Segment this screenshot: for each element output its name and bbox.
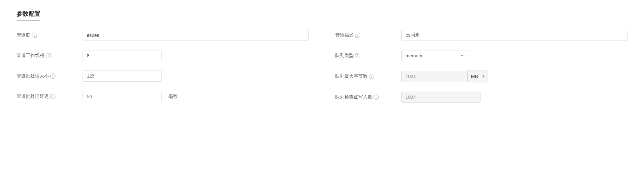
pipeline-id-row: 管道ID i xyxy=(17,30,309,41)
queue-type-info-icon[interactable]: i xyxy=(355,53,360,58)
pipeline-batch-size-info-icon[interactable]: i xyxy=(50,73,55,79)
queue-max-bytes-unit-select[interactable]: MB GB KB xyxy=(467,71,487,82)
queue-max-bytes-row: 队列最大字节数 i MB GB KB ▼ xyxy=(335,71,627,82)
pipeline-workers-input[interactable] xyxy=(83,50,162,61)
pipeline-workers-label: 管道工作线程 i xyxy=(17,53,76,59)
left-column: 管道ID i 管道工作线程 i 管道批处理大小 i xyxy=(17,30,309,112)
form-grid: 管道ID i 管道工作线程 i 管道批处理大小 i xyxy=(17,30,627,112)
queue-checkpoint-writes-info-icon[interactable]: i xyxy=(374,95,379,100)
queue-type-select[interactable]: memory persisted xyxy=(401,50,467,61)
pipeline-description-row: 管道描述 i xyxy=(335,30,627,41)
queue-max-bytes-label: 队列最大字节数 i xyxy=(335,73,395,79)
queue-checkpoint-writes-input xyxy=(401,92,481,103)
pipeline-batch-size-row: 管道批处理大小 i xyxy=(17,71,309,82)
pipeline-batch-delay-info-icon[interactable]: i xyxy=(50,94,55,99)
page-container: 参数配置 管道ID i 管道工作线程 i xyxy=(0,0,644,122)
unit-select-wrapper: MB GB KB ▼ xyxy=(467,71,487,82)
queue-type-label: 队列类型 i xyxy=(335,53,395,59)
queue-max-bytes-input-group: MB GB KB ▼ xyxy=(401,71,487,82)
pipeline-id-info-icon[interactable]: i xyxy=(32,33,37,38)
pipeline-id-input[interactable] xyxy=(83,30,309,41)
pipeline-id-label: 管道ID i xyxy=(17,32,76,38)
queue-type-select-wrapper: memory persisted ▼ xyxy=(401,50,467,61)
right-column: 管道描述 i 队列类型 i memory persisted ▼ xyxy=(335,30,627,112)
queue-type-row: 队列类型 i memory persisted ▼ xyxy=(335,50,627,61)
queue-checkpoint-writes-row: 队列检查点写入数 i xyxy=(335,92,627,103)
pipeline-description-label: 管道描述 i xyxy=(335,32,395,38)
pipeline-batch-delay-input[interactable] xyxy=(83,91,162,102)
queue-checkpoint-writes-label: 队列检查点写入数 i xyxy=(335,94,395,100)
pipeline-description-info-icon[interactable]: i xyxy=(355,33,360,38)
pipeline-batch-size-label: 管道批处理大小 i xyxy=(17,73,76,79)
section-title: 参数配置 xyxy=(17,10,40,20)
queue-max-bytes-input xyxy=(401,71,467,82)
pipeline-batch-size-input[interactable] xyxy=(83,71,162,82)
batch-delay-suffix: 毫秒 xyxy=(168,94,178,100)
pipeline-batch-delay-row: 管道批处理延迟 i 毫秒 xyxy=(17,91,309,102)
pipeline-workers-info-icon[interactable]: i xyxy=(46,53,51,58)
pipeline-batch-delay-label: 管道批处理延迟 i xyxy=(17,94,76,100)
queue-max-bytes-info-icon[interactable]: i xyxy=(369,74,374,79)
pipeline-workers-row: 管道工作线程 i xyxy=(17,50,309,61)
pipeline-description-input[interactable] xyxy=(401,30,627,41)
